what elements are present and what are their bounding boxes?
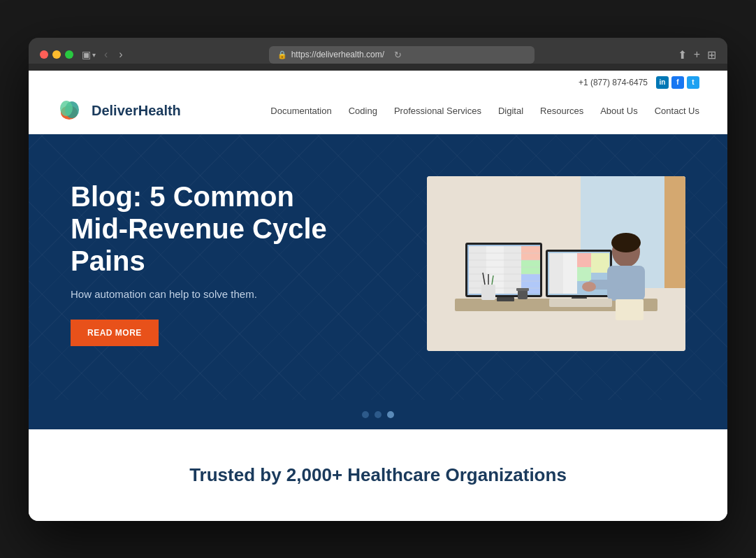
carousel-dot-3[interactable] (387, 411, 394, 418)
chevron-down-icon: ▾ (92, 51, 96, 59)
top-bar: ▣ ▾ ‹ › 🔒 https://deliverhealth.com/ ↻ ⬆… (40, 46, 716, 64)
svg-rect-5 (664, 176, 685, 288)
phone-number: +1 (877) 874-6475 (579, 78, 648, 87)
sidebar-toggle-icon: ▣ (82, 49, 91, 60)
svg-rect-35 (549, 299, 612, 307)
nav-professional-services[interactable]: Professional Services (394, 106, 481, 116)
url-text: https://deliverhealth.com/ (291, 50, 384, 59)
svg-point-2 (60, 101, 73, 116)
svg-rect-36 (616, 299, 644, 320)
hero-image (427, 176, 685, 351)
main-nav: Documentation Coding Professional Servic… (270, 106, 699, 116)
maximize-button[interactable] (65, 50, 73, 59)
svg-rect-21 (497, 297, 514, 301)
svg-rect-37 (518, 289, 528, 299)
address-bar[interactable]: 🔒 https://deliverhealth.com/ ↻ (269, 46, 535, 64)
svg-rect-38 (516, 288, 529, 291)
nav-digital[interactable]: Digital (498, 106, 523, 116)
site-header: +1 (877) 874-6475 in f t (29, 71, 727, 134)
twitter-icon[interactable]: t (687, 76, 699, 89)
lock-icon: 🔒 (277, 50, 287, 59)
logo-text: DeliverHealth (92, 103, 181, 119)
facebook-icon[interactable]: f (671, 76, 684, 89)
svg-rect-27 (577, 267, 591, 281)
social-icons: in f t (656, 76, 699, 89)
nav-contact-us[interactable]: Contact Us (655, 106, 699, 116)
sidebar-toggle-button[interactable]: ▣ ▾ (82, 49, 96, 60)
carousel-dots (29, 400, 727, 429)
carousel-dot-2[interactable] (375, 411, 381, 418)
share-button[interactable]: ⬆ (678, 48, 687, 62)
hero-section: Blog: 5 Common Mid-Revenue Cycle Pains H… (29, 134, 727, 400)
header-top: +1 (877) 874-6475 in f t (57, 71, 699, 92)
svg-rect-39 (481, 285, 495, 300)
browser-chrome: ▣ ▾ ‹ › 🔒 https://deliverhealth.com/ ↻ ⬆… (29, 38, 727, 64)
traffic-lights (40, 50, 73, 59)
trust-title: Trusted by 2,000+ Healthcare Organizatio… (57, 464, 699, 486)
website-content: +1 (877) 874-6475 in f t (29, 71, 727, 521)
svg-rect-26 (577, 253, 591, 267)
hero-subtitle: How automation can help to solve them. (71, 288, 336, 300)
forward-button[interactable]: › (116, 47, 125, 62)
svg-point-34 (582, 282, 596, 292)
nav-coding[interactable]: Coding (349, 106, 377, 116)
back-button[interactable]: ‹ (101, 47, 110, 62)
carousel-dot-1[interactable] (362, 411, 369, 418)
linkedin-icon[interactable]: in (656, 76, 669, 89)
trust-section: Trusted by 2,000+ Healthcare Organizatio… (29, 429, 727, 521)
browser-window: ▣ ▾ ‹ › 🔒 https://deliverhealth.com/ ↻ ⬆… (29, 38, 727, 521)
header-main: DeliverHealth Documentation Coding Profe… (57, 92, 699, 134)
close-button[interactable] (40, 50, 48, 59)
hero-content: Blog: 5 Common Mid-Revenue Cycle Pains H… (71, 180, 336, 346)
browser-actions: ⬆ + ⊞ (678, 48, 716, 62)
refresh-button[interactable]: ↻ (394, 50, 402, 60)
nav-documentation[interactable]: Documentation (270, 106, 331, 116)
svg-rect-24 (549, 253, 563, 294)
logo-icon (57, 97, 85, 125)
svg-rect-28 (591, 253, 609, 273)
nav-about-us[interactable]: About Us (600, 106, 637, 116)
nav-resources[interactable]: Resources (540, 106, 583, 116)
logo-area: DeliverHealth (57, 97, 181, 125)
svg-point-31 (611, 233, 641, 252)
hero-title: Blog: 5 Common Mid-Revenue Cycle Pains (71, 180, 336, 277)
address-bar-container: 🔒 https://deliverhealth.com/ ↻ (134, 46, 669, 64)
new-tab-button[interactable]: + (694, 48, 700, 61)
svg-rect-25 (563, 253, 577, 294)
browser-controls: ▣ ▾ ‹ › (82, 47, 126, 62)
read-more-button[interactable]: READ MORE (71, 320, 159, 346)
minimize-button[interactable] (52, 50, 61, 59)
grid-view-button[interactable]: ⊞ (707, 48, 716, 62)
